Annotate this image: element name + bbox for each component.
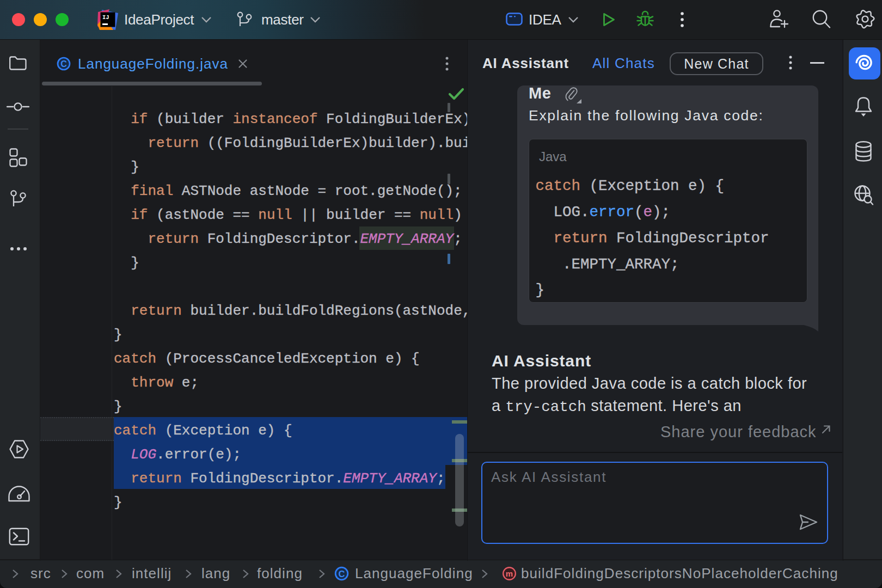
svg-text:IJ: IJ: [102, 14, 109, 21]
svg-text:C: C: [339, 569, 345, 579]
svg-text:m: m: [506, 569, 513, 578]
svg-text:C: C: [60, 59, 67, 69]
